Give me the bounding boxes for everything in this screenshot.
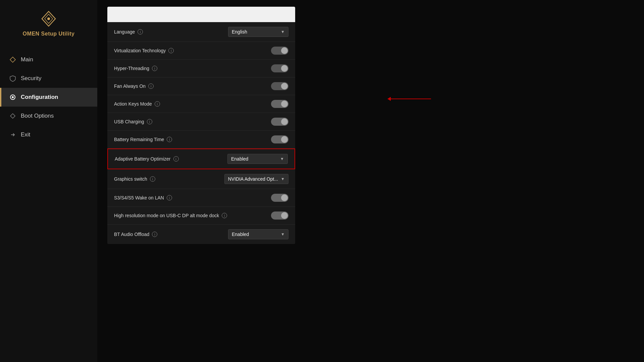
adaptive-battery-dropdown-arrow: ▼ — [280, 157, 284, 161]
adaptive-battery-info-icon[interactable]: i — [173, 156, 179, 162]
sidebar-item-exit[interactable]: Exit — [0, 125, 97, 144]
panel-header — [107, 7, 295, 22]
graphics-switch-dropdown[interactable]: NVIDIA Advanced Opt... ▼ — [224, 174, 288, 184]
bt-audio-info-icon[interactable]: i — [152, 232, 157, 237]
high-resolution-label: High resolution mode on USB-C DP alt mod… — [114, 213, 227, 218]
hyper-threading-toggle[interactable] — [271, 64, 288, 72]
usb-charging-row: USB Charging i — [107, 113, 295, 131]
omen-logo — [40, 10, 57, 27]
s3s4s5-row: S3/S4/S5 Wake on LAN i — [107, 189, 295, 207]
settings-panel: Language i English ▼ Virtualization Tech… — [107, 7, 295, 244]
hyper-threading-info-icon[interactable]: i — [152, 66, 157, 71]
diamond-icon — [9, 56, 16, 63]
virtualization-info-icon[interactable]: i — [168, 48, 174, 53]
high-resolution-toggle-knob — [281, 212, 288, 219]
sidebar: OMEN Setup Utility Main Security Configu… — [0, 0, 97, 362]
fan-always-on-row: Fan Always On i — [107, 77, 295, 95]
diamond-small-icon — [9, 113, 16, 119]
svg-marker-3 — [10, 57, 15, 62]
action-keys-toggle[interactable] — [271, 100, 288, 108]
sidebar-item-main[interactable]: Main — [0, 50, 97, 69]
graphics-switch-row: Graphics switch i NVIDIA Advanced Opt...… — [107, 169, 295, 189]
adaptive-battery-label: Adaptive Battery Optimizer i — [115, 156, 179, 162]
fan-always-on-toggle[interactable] — [271, 82, 288, 90]
svg-point-5 — [12, 96, 14, 98]
battery-toggle-knob — [281, 136, 288, 143]
sidebar-item-boot-options-label: Boot Options — [21, 113, 54, 119]
sidebar-item-configuration-label: Configuration — [21, 94, 58, 101]
graphics-switch-dropdown-arrow: ▼ — [281, 177, 285, 181]
sidebar-item-boot-options[interactable]: Boot Options — [0, 107, 97, 125]
s3s4s5-toggle[interactable] — [271, 194, 288, 202]
hyper-threading-label: Hyper-Threading i — [114, 66, 157, 71]
adaptive-battery-dropdown[interactable]: Enabled ▼ — [227, 154, 288, 164]
sidebar-item-security-label: Security — [21, 75, 41, 82]
language-dropdown[interactable]: English ▼ — [228, 27, 288, 37]
language-row: Language i English ▼ — [107, 22, 295, 42]
arrow-head — [387, 97, 391, 101]
sidebar-item-exit-label: Exit — [21, 131, 30, 138]
virtualization-toggle-knob — [281, 47, 288, 54]
sidebar-item-configuration[interactable]: Configuration — [0, 88, 97, 107]
shield-icon — [9, 75, 16, 82]
language-info-icon[interactable]: i — [138, 29, 143, 35]
arrow-line — [391, 99, 431, 99]
arrow-annotation — [387, 97, 431, 101]
action-keys-toggle-knob — [281, 101, 288, 107]
battery-remaining-label: Battery Remaining Time i — [114, 137, 172, 142]
sidebar-item-main-label: Main — [21, 56, 33, 63]
fan-info-icon[interactable]: i — [148, 83, 154, 89]
action-keys-row: Action Keys Mode i — [107, 95, 295, 113]
usb-charging-toggle[interactable] — [271, 118, 288, 126]
high-resolution-info-icon[interactable]: i — [222, 213, 227, 218]
usb-charging-info-icon[interactable]: i — [147, 119, 152, 124]
s3s4s5-info-icon[interactable]: i — [167, 195, 172, 200]
graphics-switch-info-icon[interactable]: i — [150, 176, 155, 182]
adaptive-battery-row: Adaptive Battery Optimizer i Enabled ▼ — [107, 148, 295, 169]
hyper-threading-row: Hyper-Threading i — [107, 60, 295, 77]
s3s4s5-toggle-knob — [281, 194, 288, 201]
svg-marker-6 — [10, 114, 15, 118]
battery-info-icon[interactable]: i — [167, 137, 172, 142]
arrow-right-icon — [9, 131, 16, 138]
svg-point-2 — [47, 17, 50, 20]
usb-charging-toggle-knob — [281, 118, 288, 125]
bt-audio-row: BT Audio Offload i Enabled ▼ — [107, 225, 295, 244]
bt-audio-dropdown[interactable]: Enabled ▼ — [228, 229, 288, 239]
bt-audio-dropdown-arrow: ▼ — [281, 232, 285, 237]
battery-remaining-row: Battery Remaining Time i — [107, 131, 295, 148]
logo-container: OMEN Setup Utility — [23, 10, 75, 37]
fan-toggle-knob — [281, 83, 288, 89]
usb-charging-label: USB Charging i — [114, 119, 152, 124]
fan-always-on-label: Fan Always On i — [114, 83, 154, 89]
virtualization-label: Virtualization Technology i — [114, 48, 174, 53]
high-resolution-toggle[interactable] — [271, 212, 288, 220]
high-resolution-row: High resolution mode on USB-C DP alt mod… — [107, 207, 295, 225]
graphics-switch-label: Graphics switch i — [114, 176, 155, 182]
nav-menu: Main Security Configuration Boot Options — [0, 50, 97, 144]
main-content: Language i English ▼ Virtualization Tech… — [97, 0, 644, 362]
virtualization-toggle[interactable] — [271, 47, 288, 55]
sidebar-item-security[interactable]: Security — [0, 69, 97, 88]
app-title: OMEN Setup Utility — [23, 31, 75, 37]
bt-audio-label: BT Audio Offload i — [114, 232, 157, 237]
s3s4s5-label: S3/S4/S5 Wake on LAN i — [114, 195, 172, 200]
action-keys-info-icon[interactable]: i — [155, 101, 160, 107]
action-keys-label: Action Keys Mode i — [114, 101, 160, 107]
circle-icon — [9, 94, 16, 101]
battery-remaining-toggle[interactable] — [271, 135, 288, 143]
virtualization-row: Virtualization Technology i — [107, 42, 295, 60]
language-label: Language i — [114, 29, 143, 35]
hyper-threading-toggle-knob — [281, 65, 288, 72]
language-dropdown-arrow: ▼ — [281, 29, 285, 34]
